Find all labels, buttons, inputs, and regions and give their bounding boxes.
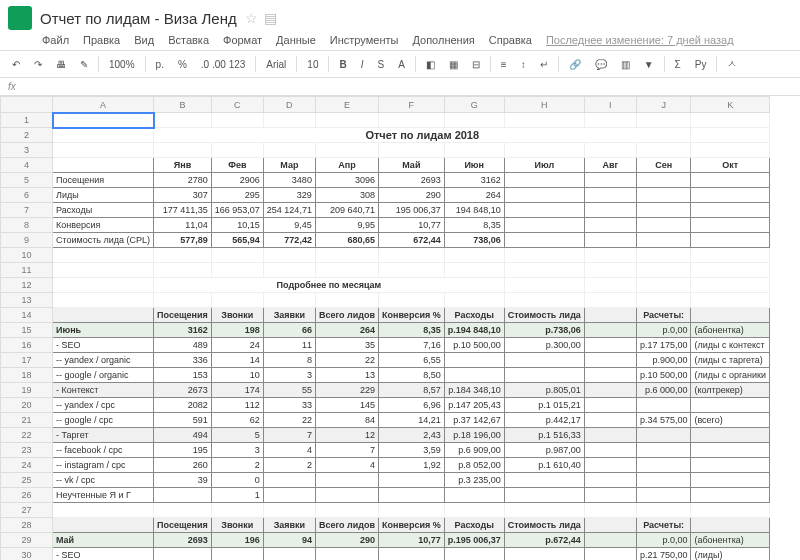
cell[interactable]: 2906 [211, 173, 263, 188]
cell[interactable] [263, 263, 315, 278]
cell[interactable]: 8,35 [444, 218, 504, 233]
col-label[interactable]: Конверсия % [379, 308, 445, 323]
calc-note[interactable] [691, 443, 770, 458]
calc-note[interactable]: (лиды) [691, 548, 770, 561]
calc-value[interactable]: р.17 175,00 [636, 338, 691, 353]
cell[interactable]: 7 [315, 443, 378, 458]
calc-value[interactable]: р.900,00 [636, 353, 691, 368]
cell[interactable] [444, 113, 504, 128]
cell[interactable] [211, 293, 263, 308]
cell[interactable]: р.300,00 [504, 338, 584, 353]
cell[interactable]: 3480 [263, 173, 315, 188]
cell[interactable]: 13 [315, 368, 378, 383]
row-header[interactable]: 21 [1, 413, 53, 428]
color-icon[interactable]: A [394, 57, 409, 72]
cell[interactable]: 12 [315, 428, 378, 443]
cell[interactable]: 2693 [379, 173, 445, 188]
cell[interactable] [263, 503, 315, 518]
col-label[interactable]: Стоимость лида [504, 518, 584, 533]
collapse-icon[interactable]: ㅅ [723, 55, 741, 73]
row-label[interactable]: -- yandex / cpc [53, 398, 154, 413]
cell[interactable]: р.987,00 [504, 443, 584, 458]
row-header[interactable]: 16 [1, 338, 53, 353]
cell[interactable] [263, 143, 315, 158]
cell[interactable] [315, 548, 378, 561]
month-header[interactable]: Фев [211, 158, 263, 173]
row-header[interactable]: 23 [1, 443, 53, 458]
cell[interactable]: 772,42 [263, 233, 315, 248]
fill-icon[interactable]: ◧ [422, 57, 439, 72]
col-header[interactable]: A [53, 97, 154, 113]
month-header[interactable]: Июн [444, 158, 504, 173]
cell[interactable] [263, 248, 315, 263]
calc-note[interactable] [691, 473, 770, 488]
col-label[interactable]: Расходы [444, 308, 504, 323]
row-header[interactable]: 1 [1, 113, 53, 128]
cell[interactable]: р.1 610,40 [504, 458, 584, 473]
cell[interactable] [379, 473, 445, 488]
calc-note[interactable]: (всего) [691, 413, 770, 428]
cell[interactable]: 10,77 [379, 218, 445, 233]
star-icon[interactable]: ☆ [245, 10, 258, 26]
cell[interactable] [636, 188, 691, 203]
cell[interactable]: 307 [154, 188, 212, 203]
cell[interactable]: 264 [444, 188, 504, 203]
spreadsheet-grid[interactable]: ABCDEFGHIJK12Отчет по лидам 201834ЯнвФев… [0, 96, 800, 560]
borders-icon[interactable]: ▦ [445, 57, 462, 72]
cell[interactable] [691, 233, 770, 248]
cell[interactable]: р.184 348,10 [444, 383, 504, 398]
cell[interactable]: 329 [263, 188, 315, 203]
cell[interactable]: 55 [263, 383, 315, 398]
cell[interactable] [584, 263, 636, 278]
cell[interactable] [636, 263, 691, 278]
cell[interactable]: р.37 142,67 [444, 413, 504, 428]
cell[interactable]: р.8 052,00 [444, 458, 504, 473]
cell[interactable] [584, 503, 636, 518]
cell[interactable]: 11 [263, 338, 315, 353]
cell[interactable] [379, 143, 445, 158]
cell[interactable]: 264 [315, 323, 378, 338]
cell[interactable] [584, 113, 636, 128]
cell[interactable] [691, 188, 770, 203]
row-label[interactable]: - SEO [53, 548, 154, 561]
cell[interactable]: 24 [211, 338, 263, 353]
col-label[interactable]: Всего лидов [315, 308, 378, 323]
calc-value[interactable]: р.0,00 [636, 323, 691, 338]
print-icon[interactable]: 🖶 [52, 57, 70, 72]
cell[interactable] [444, 293, 504, 308]
calc-note[interactable]: (абонентка) [691, 533, 770, 548]
cell[interactable] [584, 293, 636, 308]
cell[interactable]: 5 [211, 428, 263, 443]
cell[interactable] [444, 503, 504, 518]
cell[interactable] [504, 188, 584, 203]
cell[interactable] [636, 278, 691, 293]
cell[interactable]: 489 [154, 338, 212, 353]
row-header[interactable]: 27 [1, 503, 53, 518]
cell[interactable]: 10 [211, 368, 263, 383]
calc-note[interactable]: (лиды с контекст [691, 338, 770, 353]
row-header[interactable]: 20 [1, 398, 53, 413]
row-header[interactable]: 7 [1, 203, 53, 218]
row-header[interactable]: 14 [1, 308, 53, 323]
cell[interactable] [444, 248, 504, 263]
cell[interactable] [444, 488, 504, 503]
document-title[interactable]: Отчет по лидам - Виза Ленд [40, 10, 237, 27]
cell[interactable]: 196 [211, 533, 263, 548]
cell[interactable]: 7 [263, 428, 315, 443]
cell[interactable]: 0 [211, 473, 263, 488]
col-header[interactable]: C [211, 97, 263, 113]
row-label[interactable]: - Контекст [53, 383, 154, 398]
row-label[interactable]: -- facebook / cpc [53, 443, 154, 458]
cell[interactable]: 565,94 [211, 233, 263, 248]
cell[interactable] [263, 488, 315, 503]
cell[interactable]: 112 [211, 398, 263, 413]
cell[interactable] [584, 218, 636, 233]
month-header[interactable]: Сен [636, 158, 691, 173]
cell[interactable]: 94 [263, 533, 315, 548]
cell[interactable] [691, 248, 770, 263]
calc-note[interactable] [691, 428, 770, 443]
redo-icon[interactable]: ↷ [30, 57, 46, 72]
cell[interactable] [263, 113, 315, 128]
font-select[interactable]: Arial [262, 57, 290, 72]
cell-A1[interactable] [53, 113, 154, 128]
